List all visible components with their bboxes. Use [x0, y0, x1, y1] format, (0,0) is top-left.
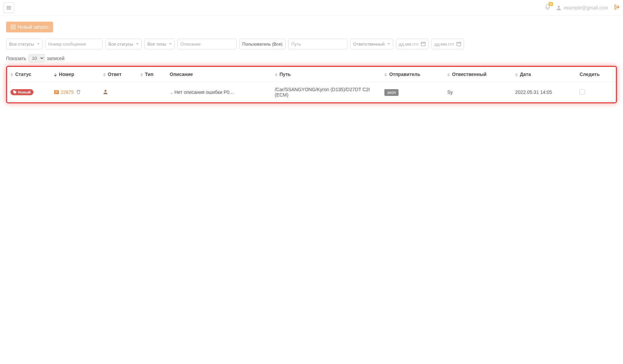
sort-icon	[384, 73, 387, 77]
pagesize-show-label: Показать	[6, 56, 26, 61]
filter-responsible-label: Ответственный	[353, 42, 385, 47]
filter-user-all[interactable]: Пользователь (Все)	[239, 38, 286, 49]
sort-icon	[140, 73, 143, 77]
requests-table: Статус Номер Ответ Тип Описание Путь Отп…	[7, 67, 616, 102]
filter-message-number-input[interactable]	[45, 38, 103, 49]
requests-table-highlighted: Статус Номер Ответ Тип Описание Путь Отп…	[6, 66, 617, 103]
new-request-label: Новый запрос	[18, 24, 48, 30]
filter-user-all-label: Пользователь (Все)	[242, 42, 283, 47]
sender-badge: axon	[384, 89, 399, 96]
cell-description: ⌄Нет описания ошибки P0…	[166, 82, 271, 103]
col-number[interactable]: Номер	[51, 67, 99, 82]
cell-responsible: Sy	[444, 82, 512, 103]
svg-rect-3	[457, 42, 461, 46]
cell-status: Новый	[7, 82, 51, 103]
cell-path: /Car/SSANGYONG/Kyron (D135)/D27DT C2I (E…	[271, 82, 381, 103]
caret-down-icon	[387, 43, 390, 45]
caret-down-icon	[136, 43, 139, 45]
col-sender[interactable]: Отправитель	[381, 67, 444, 82]
notifications-button[interactable]: 0	[545, 4, 550, 11]
col-date[interactable]: Дата	[512, 67, 576, 82]
filter-date-to-placeholder: дд.мм.гггг	[434, 42, 454, 47]
sort-icon	[54, 73, 57, 77]
user-icon	[556, 5, 561, 10]
caret-down-icon	[169, 43, 172, 45]
filter-types[interactable]: Все типы	[144, 38, 175, 49]
filter-status-1-label: Все статусы	[9, 42, 34, 47]
col-answer[interactable]: Ответ	[100, 67, 137, 82]
col-responsible[interactable]: Отвественный	[444, 67, 512, 82]
user-email: example@gmail.com	[564, 5, 608, 10]
sort-icon	[275, 73, 278, 77]
cell-number: 22875	[51, 82, 99, 103]
request-number-link[interactable]: 22875	[54, 89, 74, 95]
pagesize-select[interactable]: 10	[28, 54, 45, 62]
tag-icon	[13, 90, 17, 94]
bars-icon	[6, 5, 11, 10]
filter-date-from[interactable]: дд.мм.гггг	[396, 38, 429, 49]
status-badge: Новый	[10, 89, 33, 95]
cell-answer	[100, 82, 137, 103]
svg-point-0	[558, 6, 560, 8]
sort-icon	[10, 73, 13, 77]
cell-sender: axon	[381, 82, 444, 103]
sort-icon	[515, 73, 518, 77]
sort-icon	[447, 73, 450, 77]
filter-date-from-placeholder: дд.мм.гггг	[399, 42, 419, 47]
caret-down-icon	[37, 43, 40, 45]
filter-types-label: Все типы	[147, 42, 166, 47]
user-menu[interactable]: example@gmail.com	[556, 5, 608, 10]
svg-rect-2	[421, 42, 425, 46]
calendar-icon	[421, 42, 426, 46]
filter-status-2-label: Все статусы	[109, 42, 134, 47]
trash-icon[interactable]	[76, 90, 80, 95]
col-follow: Следить	[576, 67, 616, 82]
logout-icon	[614, 4, 620, 10]
pagesize-entries-label: записей	[47, 56, 65, 61]
filter-row: Все статусы Все статусы Все типы Пользов…	[6, 38, 617, 49]
topbar: 0 example@gmail.com	[0, 0, 623, 16]
filter-date-to[interactable]: дд.мм.гггг	[431, 38, 464, 49]
notifications-count: 0	[549, 2, 553, 6]
col-description: Описание	[166, 67, 271, 82]
page-body: Новый запрос Все статусы Все статусы Все…	[0, 16, 623, 109]
list-icon	[54, 90, 59, 94]
table-row: Новый 22875	[7, 82, 616, 103]
cell-date: 2022.05.31 14:05	[512, 82, 576, 103]
chevron-down-icon[interactable]: ⌄	[170, 90, 173, 95]
filter-status-1[interactable]: Все статусы	[6, 38, 43, 49]
col-path[interactable]: Путь	[271, 67, 381, 82]
filter-status-2[interactable]: Все статусы	[105, 38, 142, 49]
col-status[interactable]: Статус	[7, 67, 51, 82]
person-icon	[103, 89, 108, 94]
topbar-right: 0 example@gmail.com	[545, 4, 620, 11]
new-request-button[interactable]: Новый запрос	[6, 22, 53, 32]
filter-description-input[interactable]	[177, 38, 237, 49]
logout-button[interactable]	[614, 4, 620, 11]
filter-path-input[interactable]	[288, 38, 348, 49]
cell-type	[137, 82, 166, 103]
sort-icon	[103, 73, 106, 77]
filter-responsible[interactable]: Ответственный	[350, 38, 393, 49]
follow-checkbox[interactable]	[579, 89, 585, 95]
cell-follow	[576, 82, 616, 103]
menu-toggle-button[interactable]	[3, 2, 14, 13]
col-type[interactable]: Тип	[137, 67, 166, 82]
svg-point-5	[104, 90, 106, 92]
pagesize-row: Показать 10 записей	[6, 54, 617, 62]
plus-square-icon	[11, 25, 16, 29]
calendar-icon	[456, 42, 461, 46]
